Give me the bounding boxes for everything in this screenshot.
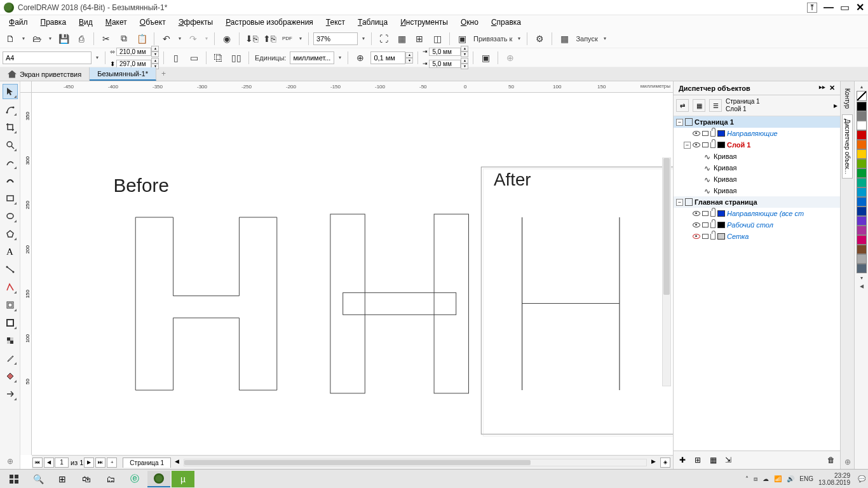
page-add[interactable]: + [107,458,117,468]
tree-collapse-master[interactable]: − [676,199,683,206]
ruler-origin[interactable] [20,81,32,93]
tab-welcome[interactable]: Экран приветствия [0,67,90,81]
tree-master-page[interactable]: − Главная страница [674,196,840,208]
snap-label[interactable]: Привязать к [472,35,513,43]
palette-swatch[interactable] [857,178,867,187]
crop-tool[interactable] [3,119,18,135]
redo-dropdown[interactable]: ▾ [203,31,210,46]
palette-swatch[interactable] [857,111,867,121]
delete-button[interactable]: 🗑 [825,454,837,466]
tree-collapse-layer1[interactable]: − [684,142,691,149]
visibility-icon[interactable] [693,222,700,227]
docker-tab-object-manager[interactable]: Диспетчер объек... [842,114,853,179]
transparency-tool[interactable] [3,333,18,348]
snap-toggle[interactable]: ▣ [454,31,470,46]
undo-button[interactable]: ↶ [159,31,174,46]
current-page-button[interactable]: ▯▯ [229,50,244,65]
tree-curve-4[interactable]: Кривая [674,185,840,196]
text-tool[interactable]: A [3,244,18,259]
menu-tools[interactable]: Инструменты [395,17,453,28]
units-input[interactable] [290,51,334,64]
tray-dropbox-icon[interactable]: ⧈ [754,475,757,483]
menu-help[interactable]: Справка [486,17,526,28]
print-icon[interactable] [702,131,709,136]
launch-icon[interactable]: ▦ [557,31,572,46]
new-button[interactable]: 🗋 [3,31,18,46]
vertical-ruler[interactable]: 35030025020015010050 [20,93,32,455]
launch-label[interactable]: Запуск [574,35,599,43]
tree-curve-1[interactable]: Кривая [674,151,840,162]
account-icon[interactable]: ⤒ [807,3,817,13]
undo-dropdown[interactable]: ▾ [177,31,183,46]
page-preset-dropdown[interactable]: ▾ [94,50,100,65]
print-button[interactable]: ⎙ [74,31,89,46]
width-down[interactable]: ▾ [151,51,159,57]
print-icon[interactable] [702,211,709,216]
menu-file[interactable]: Файл [4,17,33,28]
layer-manager-view-button[interactable]: ☰ [709,99,722,112]
portrait-button[interactable]: ▯ [168,50,184,65]
tab-document-1[interactable]: Безымянный-1* [90,67,156,81]
menu-view[interactable]: Вид [74,17,98,28]
tree-desktop[interactable]: Рабочий стол [674,219,840,231]
save-button[interactable]: 💾 [56,31,71,46]
tree-grid[interactable]: Сетка [674,231,840,242]
layer-color-swatch[interactable] [717,130,725,137]
tray-wifi-icon[interactable]: 📶 [774,475,782,482]
tree-layer-1[interactable]: − Слой 1 [674,139,840,151]
copy-button[interactable]: ⧉ [116,31,132,46]
lock-icon[interactable] [710,222,715,228]
palette-swatch[interactable] [857,226,867,235]
all-pages-button[interactable]: ⿻ [211,50,226,65]
add-button[interactable]: ⊕ [503,50,518,65]
visibility-icon[interactable] [693,234,700,239]
task-view-button[interactable]: ⊞ [51,471,74,487]
tree-curve-3[interactable]: Кривая [674,173,840,185]
height-up[interactable]: ▴ [151,58,159,64]
layer-color-swatch[interactable] [717,210,725,217]
palette-swatch[interactable] [857,216,867,226]
show-props-button[interactable]: ⇄ [676,99,689,112]
tray-clock[interactable]: 23:29 13.08.2019 [818,472,853,486]
treat-as-filled-button[interactable]: ▣ [478,50,493,65]
publish-pdf-button[interactable]: PDF [280,31,295,46]
palette-swatch[interactable] [857,149,867,159]
table-tool[interactable] [3,262,18,277]
menu-bitmaps[interactable]: Растровые изображения [220,17,318,28]
artistic-media-tool[interactable] [3,173,18,188]
paste-button[interactable]: 📋 [134,31,149,46]
tray-cloud-icon[interactable]: ☁ [763,475,769,482]
freehand-tool[interactable] [3,155,18,170]
vertical-scrollbar[interactable] [662,158,671,386]
lock-icon[interactable] [710,234,715,240]
hscroll-left[interactable]: ◀ [175,458,179,464]
fill-tool[interactable] [3,369,18,384]
nudge-down[interactable]: ▾ [405,58,413,64]
units-dropdown[interactable]: ▾ [337,50,343,65]
menu-text[interactable]: Текст [321,17,350,28]
new-layer-all-button[interactable]: ▦ [707,454,719,466]
navigator-button[interactable]: ◈ [660,458,670,468]
tab-add-button[interactable]: + [156,67,171,81]
edit-across-layers-button[interactable]: ▦ [693,99,705,112]
palette-swatch[interactable] [857,102,867,111]
fullscreen-button[interactable]: ⛶ [376,31,391,46]
lock-icon[interactable] [710,211,715,217]
palette-swatch[interactable] [857,168,867,178]
tray-notifications-icon[interactable]: 💬 [858,475,865,482]
taskbar-explorer[interactable]: 🗂 [99,471,122,487]
palette-swatch[interactable] [857,245,867,254]
visibility-icon[interactable] [693,142,700,147]
new-master-layer-button[interactable]: ⊞ [691,454,704,466]
tray-language[interactable]: ENG [799,475,813,482]
menu-table[interactable]: Таблица [353,17,393,28]
menu-effects[interactable]: Эффекты [173,17,219,28]
layer-color-swatch[interactable] [717,222,725,228]
menu-edit[interactable]: Правка [36,17,72,28]
page-number-input[interactable] [55,458,69,468]
horizontal-scrollbar[interactable] [184,459,647,466]
dupy-up[interactable]: ▴ [461,58,468,64]
palette-swatch[interactable] [857,264,867,273]
start-button[interactable] [3,471,25,487]
tree-master-guides[interactable]: Направляющие (все ст [674,208,840,219]
